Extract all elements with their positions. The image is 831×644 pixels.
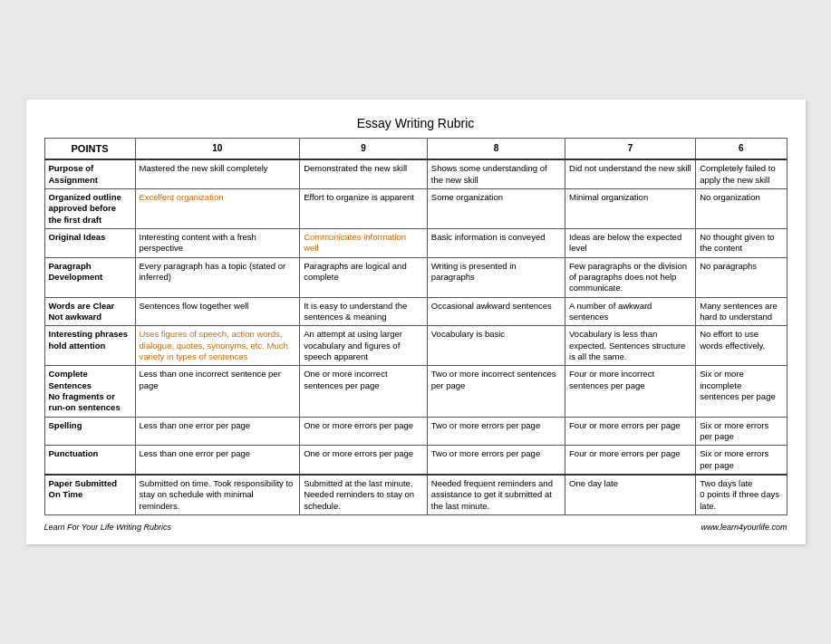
score-cell: Four or more errors per page xyxy=(565,417,696,446)
footer: Learn For Your Life Writing Rubrics www.… xyxy=(44,523,788,532)
score-cell: Writing is presented in paragraphs xyxy=(427,257,565,297)
score-cell: Vocabulary is less than expected. Senten… xyxy=(565,326,696,366)
page-title: Essay Writing Rubric xyxy=(44,116,788,130)
score-cell: Less than one error per page xyxy=(135,417,300,446)
score-cell: One or more errors per page xyxy=(300,417,428,446)
table-row: Purpose of AssignmentMastered the new sk… xyxy=(44,159,787,188)
table-row: Words are Clear Not awkwardSentences flo… xyxy=(44,297,787,326)
score-cell: Every paragraph has a topic (stated or i… xyxy=(135,257,300,297)
score-cell: Two or more errors per page xyxy=(427,446,565,475)
category-cell: Paragraph Development xyxy=(44,257,135,297)
score-cell: Less than one error per page xyxy=(135,446,300,475)
score-cell: Few paragraphs or the division of paragr… xyxy=(565,257,696,297)
score-cell: Two or more incorrect sentences per page xyxy=(427,366,565,417)
score-cell: Two days late0 points if three days late… xyxy=(696,475,787,515)
score-cell: Communicates information well xyxy=(300,228,428,257)
category-cell: Paper Submitted On Time xyxy=(44,475,135,515)
score-cell: Ideas are below the expected level xyxy=(565,228,696,257)
table-row: SpellingLess than one error per pageOne … xyxy=(44,417,787,446)
category-cell: Interesting phrases hold attention xyxy=(44,326,135,366)
category-cell: Complete SentencesNo fragments or run-on… xyxy=(44,366,135,417)
score-cell: Sentences flow together well xyxy=(135,297,300,326)
score-cell: One or more errors per page xyxy=(300,446,428,475)
score-cell: Needed frequent reminders and assistance… xyxy=(427,475,565,515)
rubric-table: POINTS109876 Purpose of AssignmentMaster… xyxy=(44,138,788,515)
score-cell: Submitted on time. Took responsibility t… xyxy=(135,475,300,515)
score-cell: Six or more errors per page xyxy=(696,417,787,446)
score-cell: Completely failed to apply the new skill xyxy=(696,159,787,188)
score-cell: One or more incorrect sentences per page xyxy=(300,366,428,417)
score-cell: Submitted at the last minute. Needed rem… xyxy=(300,475,428,515)
category-cell: Organized outline approved before the fi… xyxy=(44,188,135,228)
score-cell: No organization xyxy=(696,188,787,228)
score-cell: Did not understand the new skill xyxy=(565,159,696,188)
score-cell: Some organization xyxy=(427,188,565,228)
score-cell: Four or more incorrect sentences per pag… xyxy=(565,366,696,417)
footer-left: Learn For Your Life Writing Rubrics xyxy=(44,523,171,532)
score-cell: A number of awkward sentences xyxy=(565,297,696,326)
score-cell: One day late xyxy=(565,475,696,515)
table-row: Organized outline approved before the fi… xyxy=(44,188,787,228)
table-row: Paper Submitted On TimeSubmitted on time… xyxy=(44,475,787,515)
score-cell: Occasional awkward sentences xyxy=(427,297,565,326)
score-cell: An attempt at using larger vocabulary an… xyxy=(300,326,428,366)
category-cell: Purpose of Assignment xyxy=(44,159,135,188)
score-cell: Six or more errors per page xyxy=(696,446,787,475)
score-cell: Vocabulary is basic xyxy=(427,326,565,366)
rubric-page: Essay Writing Rubric POINTS109876 Purpos… xyxy=(26,100,806,544)
footer-right: www.learn4yourlife.com xyxy=(701,523,787,532)
score-cell: Basic information is conveyed xyxy=(427,228,565,257)
score-cell: Excellent organization xyxy=(135,188,300,228)
score-cell: Uses figures of speech, action words, di… xyxy=(135,326,300,366)
table-row: Original IdeasInteresting content with a… xyxy=(44,228,787,257)
score-cell: Mastered the new skill completely xyxy=(135,159,300,188)
score-cell: Two or more errors per page xyxy=(427,417,565,446)
score-cell: Less than one incorrect sentence per pag… xyxy=(135,366,300,417)
category-cell: Spelling xyxy=(44,417,135,446)
score-cell: Six or more incomplete sentences per pag… xyxy=(696,366,787,417)
score-cell: Minimal organization xyxy=(565,188,696,228)
score-cell: Interesting content with a fresh perspec… xyxy=(135,228,300,257)
score-cell: Four or more errors per page xyxy=(565,446,696,475)
table-row: Complete SentencesNo fragments or run-on… xyxy=(44,366,787,417)
table-row: Paragraph DevelopmentEvery paragraph has… xyxy=(44,257,787,297)
score-cell: Demonstrated the new skill xyxy=(300,159,428,188)
score-cell: Effort to organize is apparent xyxy=(300,188,428,228)
score-cell: Paragraphs are logical and complete xyxy=(300,257,428,297)
table-row: PunctuationLess than one error per pageO… xyxy=(44,446,787,475)
score-cell: Shows some understanding of the new skil… xyxy=(427,159,565,188)
category-cell: Punctuation xyxy=(44,446,135,475)
category-cell: Original Ideas xyxy=(44,228,135,257)
score-cell: No effort to use words effectively. xyxy=(696,326,787,366)
score-cell: No paragraphs xyxy=(696,257,787,297)
table-row: Interesting phrases hold attentionUses f… xyxy=(44,326,787,366)
score-cell: Many sentences are hard to understand xyxy=(696,297,787,326)
score-cell: No thought given to the content xyxy=(696,228,787,257)
header-row: POINTS109876 xyxy=(44,138,787,159)
score-cell: It is easy to understand the sentences &… xyxy=(300,297,428,326)
category-cell: Words are Clear Not awkward xyxy=(44,297,135,326)
